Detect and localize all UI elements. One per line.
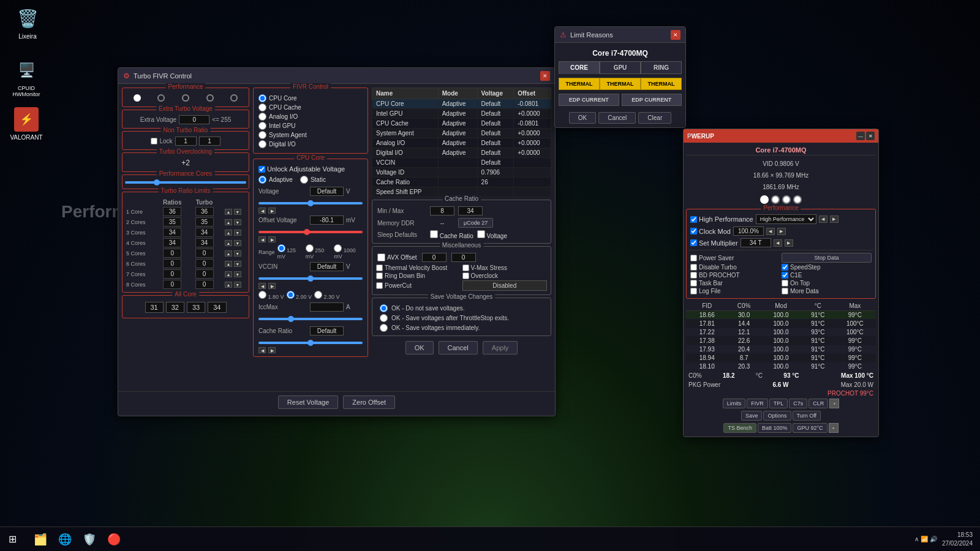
save-rb-2[interactable] bbox=[380, 324, 388, 332]
disabled-btn[interactable]: Disabled bbox=[462, 280, 548, 291]
ratio-val-6[interactable] bbox=[163, 269, 181, 279]
thermal-btn-1[interactable]: THERMAL bbox=[600, 78, 641, 90]
powercut-cb[interactable] bbox=[376, 282, 383, 289]
ts-dot-3[interactable] bbox=[793, 195, 802, 204]
ts-dot-2[interactable] bbox=[782, 195, 791, 204]
volt-row-4[interactable]: Analog I/O Adaptive Default +0.0000 bbox=[372, 138, 551, 148]
cancel-btn[interactable]: Cancel bbox=[439, 341, 478, 354]
volt-row-6[interactable]: VCCIN Default bbox=[372, 158, 551, 168]
ratio-up-5[interactable]: ▲ bbox=[225, 261, 232, 267]
volt-row-2[interactable]: CPU Cache Adaptive Default -0.0801 bbox=[372, 119, 551, 129]
limit-cancel-btn[interactable]: Cancel bbox=[598, 112, 636, 124]
ratio-dn-4[interactable]: ▼ bbox=[234, 250, 241, 257]
desktop-icon-valorant[interactable]: ⚡ VALORANT bbox=[5, 107, 48, 141]
ts-ontop-cb[interactable] bbox=[782, 280, 788, 287]
range-1000-rb[interactable] bbox=[334, 244, 342, 252]
cache-ratio-input[interactable] bbox=[310, 326, 344, 335]
thermal-boost-cb[interactable] bbox=[376, 264, 383, 271]
ts-high-perf-arrow-l[interactable]: ◀ bbox=[819, 216, 827, 223]
ts-extra-btn-2[interactable]: + bbox=[829, 423, 839, 433]
ts-gpu-btn[interactable]: GPU 92°C bbox=[793, 423, 827, 433]
ratio-val-5[interactable] bbox=[163, 259, 181, 268]
turbo-val-2[interactable] bbox=[195, 228, 214, 237]
ts-speedstep-cb[interactable] bbox=[782, 264, 788, 271]
ratio-val-3[interactable] bbox=[163, 238, 181, 247]
vccin-230-rb[interactable] bbox=[314, 291, 322, 299]
ratio-up-2[interactable]: ▲ bbox=[225, 230, 232, 236]
ts-set-mult-arrow-r[interactable]: ▶ bbox=[785, 239, 793, 247]
thermal-btn-2[interactable]: THERMAL bbox=[641, 78, 682, 90]
voltage-slider[interactable] bbox=[258, 202, 363, 204]
perf-radio-0[interactable] bbox=[134, 94, 141, 102]
fivr-rb-cpu-core[interactable] bbox=[258, 94, 266, 102]
edp-btn-1[interactable]: EDP CURRENT bbox=[622, 94, 682, 106]
vccin-slider-right[interactable]: ▶ bbox=[268, 283, 276, 289]
ts-high-perf-select[interactable]: High Performance Balanced Power Saver bbox=[756, 214, 816, 224]
ratio-val-1[interactable] bbox=[163, 217, 181, 227]
range-125-rb[interactable] bbox=[277, 244, 285, 252]
limit-tab-core[interactable]: CORE bbox=[559, 61, 600, 74]
volt-row-8[interactable]: Cache Ratio 26 bbox=[372, 178, 551, 187]
ts-high-perf-arrow-r[interactable]: ▶ bbox=[830, 216, 839, 223]
unlock-cb[interactable] bbox=[258, 166, 265, 173]
ratio-up-4[interactable]: ▲ bbox=[225, 250, 232, 257]
perf-radio-4[interactable] bbox=[230, 94, 238, 102]
ts-clock-mod-arrow-r[interactable]: ▶ bbox=[777, 228, 786, 235]
ts-c1e-cb[interactable] bbox=[782, 272, 788, 279]
ts-extra-btn[interactable]: + bbox=[829, 399, 839, 408]
all-core-btn-32[interactable]: 32 bbox=[166, 302, 184, 313]
overclock-cb[interactable] bbox=[462, 272, 469, 279]
turbo-val-7[interactable] bbox=[195, 280, 214, 289]
ts-high-perf-cb[interactable] bbox=[690, 216, 697, 223]
taskbar-shield[interactable]: 🛡️ bbox=[78, 528, 100, 550]
turbo-val-5[interactable] bbox=[195, 259, 214, 268]
taskbar-file-explorer[interactable]: 🗂️ bbox=[29, 528, 51, 550]
vccin-slider-left[interactable]: ◀ bbox=[258, 283, 266, 289]
perf-radio-2[interactable] bbox=[182, 94, 189, 102]
offset-input[interactable] bbox=[310, 216, 344, 225]
perf-radio-3[interactable] bbox=[206, 94, 214, 102]
ts-dot-0[interactable] bbox=[760, 195, 769, 204]
ok-btn[interactable]: OK bbox=[405, 341, 434, 354]
desktop-icon-cpuid[interactable]: 🖥️ CPUID HWMonitor bbox=[5, 58, 48, 97]
ts-limits-btn[interactable]: Limits bbox=[723, 399, 746, 408]
volt-row-7[interactable]: Voltage ID 0.7906 bbox=[372, 168, 551, 178]
offset-slider[interactable] bbox=[258, 231, 363, 233]
ts-moredata-cb[interactable] bbox=[782, 288, 788, 294]
ts-clr-btn[interactable]: CLR bbox=[809, 399, 828, 408]
ratio-dn-2[interactable]: ▼ bbox=[234, 230, 241, 236]
ratio-up-7[interactable]: ▲ bbox=[225, 282, 232, 288]
perf-radio-1[interactable] bbox=[157, 94, 165, 102]
ts-set-mult-cb[interactable] bbox=[690, 239, 697, 246]
vccin-180-rb[interactable] bbox=[258, 291, 266, 299]
save-rb-1[interactable] bbox=[380, 314, 388, 322]
ts-set-mult-input[interactable] bbox=[741, 238, 771, 247]
voltage-slider-left[interactable]: ◀ bbox=[258, 208, 266, 214]
ratio-up-1[interactable]: ▲ bbox=[225, 219, 232, 225]
fivr-rb-analog-io[interactable] bbox=[258, 113, 266, 121]
ts-turnoff-btn[interactable]: Turn Off bbox=[793, 411, 821, 421]
vccin-slider[interactable] bbox=[258, 277, 363, 280]
ts-batt-btn[interactable]: Batt 100% bbox=[758, 423, 792, 433]
volt-row-0[interactable]: CPU Core Adaptive Default -0.0801 bbox=[372, 99, 551, 109]
iccmax-slider[interactable] bbox=[258, 318, 363, 320]
ts-bd-prochot-cb[interactable] bbox=[690, 272, 697, 279]
ratio-dn-1[interactable]: ▼ bbox=[234, 219, 241, 225]
cache-voltage-cb[interactable] bbox=[477, 230, 485, 238]
zero-offset-btn[interactable]: Zero Offset bbox=[343, 395, 395, 409]
ratio-val-7[interactable] bbox=[163, 280, 181, 289]
ts-clock-mod-arrow-l[interactable]: ◀ bbox=[766, 228, 775, 235]
all-core-btn-33[interactable]: 33 bbox=[187, 302, 205, 313]
turbo-val-4[interactable] bbox=[195, 249, 214, 258]
limit-close-btn[interactable]: ✕ bbox=[671, 30, 680, 40]
ts-min-btn[interactable]: — bbox=[856, 132, 865, 140]
ratio-dn-5[interactable]: ▼ bbox=[234, 261, 241, 267]
fivr-rb-sys-agent[interactable] bbox=[258, 131, 266, 139]
turbo-val-1[interactable] bbox=[195, 217, 214, 227]
avx-cb[interactable] bbox=[377, 253, 385, 261]
cache-min-input[interactable] bbox=[430, 206, 454, 216]
fivr-rb-intel-gpu[interactable] bbox=[258, 122, 266, 130]
ts-dot-1[interactable] bbox=[771, 195, 780, 204]
ts-tpl-btn[interactable]: TPL bbox=[769, 399, 788, 408]
adaptive-rb[interactable] bbox=[258, 176, 266, 184]
